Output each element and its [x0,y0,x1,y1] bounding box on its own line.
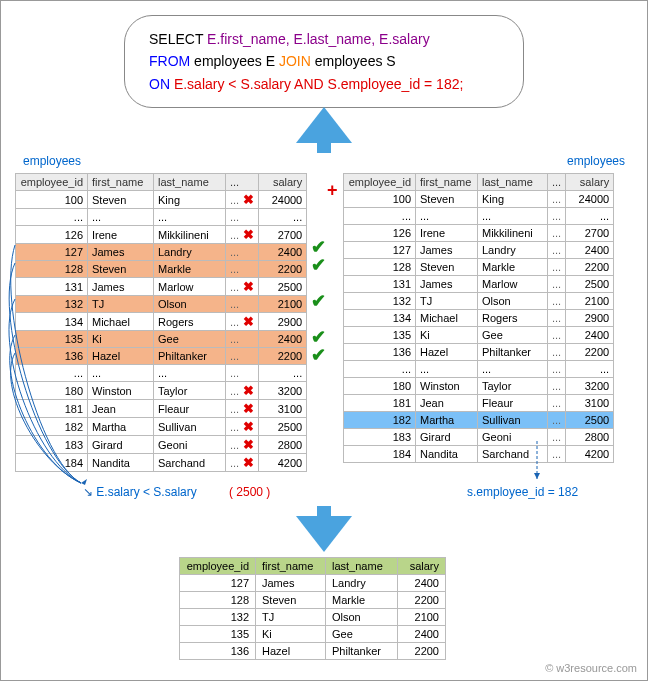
table-row: 127JamesLandry...2400 [344,242,614,259]
table-row: 127JamesLandry2400 [180,575,446,592]
table-row: 128StevenMarkle2200 [180,592,446,609]
employees-table-e: employee_id first_name last_name ... sal… [15,173,307,472]
right-table-label: employees [567,154,625,168]
col-employee-id: employee_id [344,174,416,191]
check-mark-icon: ✔ [311,254,326,276]
x-mark-icon: ✖ [242,437,254,452]
arrow-up-icon [296,107,352,143]
kw-from: FROM [149,53,190,69]
col-salary: salary [259,174,307,191]
col-last-name: last_name [326,558,398,575]
table-row: 132TJOlson2100 [180,609,446,626]
col-dots: ... [548,174,566,191]
table-row: 136HazelPhiltanker...2200 [344,344,614,361]
sql-columns: E.first_name, E.last_name, E.salary [207,31,430,47]
table-row: 180WinstonTaylor...3200 [344,378,614,395]
col-first-name: first_name [416,174,478,191]
table-row: ............... [344,208,614,225]
table-row: 135KiGee...2400 [344,327,614,344]
table-row: ............... [344,361,614,378]
condition-left-text: E.salary < S.salary [96,485,196,499]
table-row: 182MarthaSullivan... ✖2500 [16,418,307,436]
col-dots: ... [226,174,259,191]
x-mark-icon: ✖ [242,455,254,470]
table-header: employee_id first_name last_name salary [180,558,446,575]
sql-line-3: ON E.salary < S.salary AND S.employee_id… [149,73,499,95]
table-row: 184NanditaSarchand... ✖4200 [16,454,307,472]
table-row: 132TJOlson...2100 [16,296,307,313]
col-first-name: first_name [88,174,154,191]
col-salary: salary [398,558,446,575]
plus-icon: + [327,180,338,201]
result-table: employee_id first_name last_name salary … [179,557,446,660]
table-row: 132TJOlson...2100 [344,293,614,310]
table-row: 181JeanFleaur...3100 [344,395,614,412]
x-mark-icon: ✖ [242,192,254,207]
table-row: 136HazelPhiltanker2200 [180,643,446,660]
check-mark-icon: ✔ [311,344,326,366]
table-row: 134MichaelRogers... ✖2900 [16,313,307,331]
sql-line-2: FROM employees E JOIN employees S [149,50,499,72]
table-header: employee_id first_name last_name ... sal… [344,174,614,191]
attribution-text: © w3resource.com [545,662,637,674]
x-mark-icon: ✖ [242,401,254,416]
sql-statement-box: SELECT E.first_name, E.last_name, E.sala… [124,15,524,108]
condition-right-label: s.employee_id = 182 [467,485,578,499]
kw-on: ON [149,76,170,92]
condition-left-label: ↘ E.salary < S.salary [83,485,197,499]
table-row: 128StevenMarkle...2200 [344,259,614,276]
table-row: 180WinstonTaylor... ✖3200 [16,382,307,400]
table-row: 136HazelPhiltanker...2200 [16,348,307,365]
table-row: 134MichaelRogers...2900 [344,310,614,327]
table-row: 183GirardGeoni...2800 [344,429,614,446]
table-row: 184NanditaSarchand...4200 [344,446,614,463]
col-salary: salary [566,174,614,191]
table-row: 100StevenKing...24000 [344,191,614,208]
table-row: 100StevenKing... ✖24000 [16,191,307,209]
table-row: ............... [16,209,307,226]
employees-table-s: employee_id first_name last_name ... sal… [343,173,614,463]
col-first-name: first_name [256,558,326,575]
col-employee-id: employee_id [16,174,88,191]
table-row: 181JeanFleaur... ✖3100 [16,400,307,418]
x-mark-icon: ✖ [242,227,254,242]
table-row: 183GirardGeoni... ✖2800 [16,436,307,454]
col-last-name: last_name [478,174,548,191]
x-mark-icon: ✖ [242,383,254,398]
table-row: 127JamesLandry...2400 [16,244,307,261]
table-row: 126IreneMikkilineni... ✖2700 [16,226,307,244]
sql-table-e: employees E [194,53,275,69]
col-last-name: last_name [154,174,226,191]
kw-select: SELECT [149,31,203,47]
table-row: 135KiGee2400 [180,626,446,643]
left-table-label: employees [23,154,81,168]
table-row: 128StevenMarkle...2200 [16,261,307,278]
table-header: employee_id first_name last_name ... sal… [16,174,307,191]
table-row: ............... [16,365,307,382]
kw-join: JOIN [279,53,311,69]
sql-table-s: employees S [315,53,396,69]
sql-condition: E.salary < S.salary AND S.employee_id = … [174,76,463,92]
x-mark-icon: ✖ [242,419,254,434]
sql-line-1: SELECT E.first_name, E.last_name, E.sala… [149,28,499,50]
check-mark-icon: ✔ [311,290,326,312]
arrow-down-icon [296,516,352,552]
condition-left-value: ( 2500 ) [229,485,270,499]
table-row: 131JamesMarlow... ✖2500 [16,278,307,296]
col-employee-id: employee_id [180,558,256,575]
table-row: 182MarthaSullivan...2500 [344,412,614,429]
table-row: 126IreneMikkilineni...2700 [344,225,614,242]
x-mark-icon: ✖ [242,279,254,294]
x-mark-icon: ✖ [242,314,254,329]
table-row: 135KiGee...2400 [16,331,307,348]
table-row: 131JamesMarlow...2500 [344,276,614,293]
